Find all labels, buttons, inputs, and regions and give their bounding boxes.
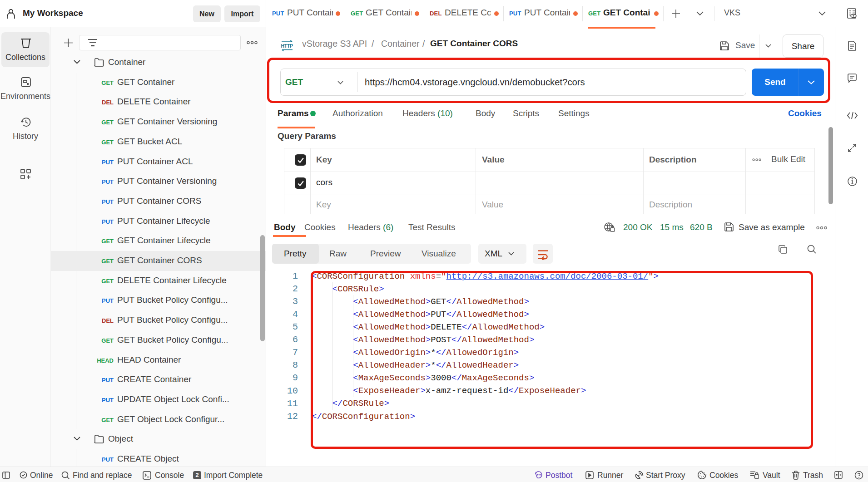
svg-text:HTTP: HTTP (281, 43, 293, 49)
